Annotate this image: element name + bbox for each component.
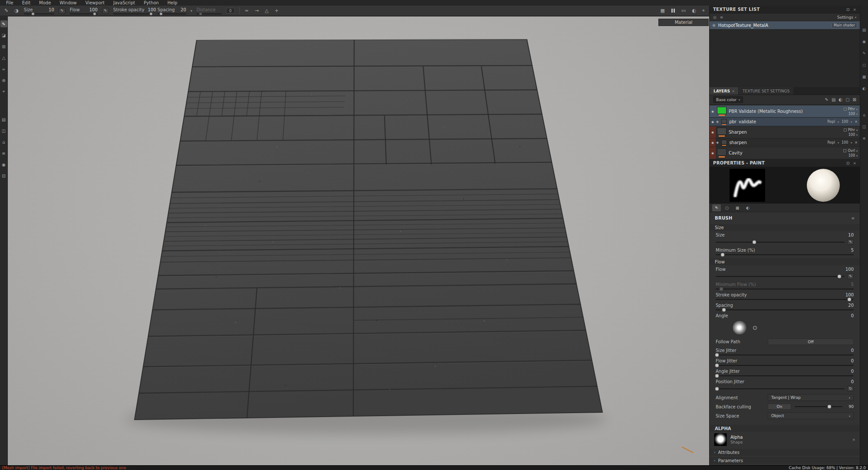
alpha-section-header[interactable]: ALPHA (710, 425, 860, 432)
follow-path-toggle[interactable]: Off (768, 339, 854, 345)
angle-dial[interactable] (732, 320, 747, 335)
texture-set-settings-dropdown[interactable]: Settings ▾ (837, 15, 856, 20)
distance-value-field[interactable]: 0 (226, 8, 235, 13)
stroke-path-icon[interactable]: ≈ (244, 8, 250, 13)
remove-effect-icon[interactable]: × (855, 141, 858, 145)
blend-mode-dropdown[interactable]: Pthr (848, 128, 855, 132)
visibility-eye-icon[interactable]: ◉ (710, 118, 716, 126)
shelf-smart-materials-icon[interactable]: ◉ (861, 38, 868, 45)
alignment-dropdown[interactable]: Tangent | Wrap ▾ (768, 394, 854, 401)
opacity-dropdown[interactable]: 100 ▾ (848, 112, 858, 116)
flow-slider[interactable] (70, 13, 98, 14)
texture-set-item[interactable]: ◉ HotspotTexture_MetalA Main shader (710, 21, 860, 29)
delete-layer-icon[interactable]: ⊠ (853, 97, 856, 102)
menu-javascript[interactable]: JavaScript (109, 0, 139, 6)
polygon-fill-tool[interactable]: △ (0, 54, 7, 61)
blend-mode-dropdown[interactable]: Ovrl (848, 149, 855, 153)
viewport-grid-icon[interactable]: ▦ (659, 8, 665, 13)
spacing-slider[interactable] (158, 13, 186, 14)
size-value[interactable]: 10 (49, 7, 54, 12)
viewport-shading-dropdown[interactable]: Material (658, 19, 709, 26)
flow-slider[interactable] (716, 276, 845, 277)
stencil-tab[interactable]: ▦ (733, 204, 742, 211)
smudge-tool[interactable]: ≈ (0, 66, 7, 72)
shelf-colors-icon[interactable]: ≡ (861, 135, 868, 141)
flow-pressure-toggle[interactable]: ✎ (847, 273, 854, 279)
dock-panel-icon[interactable]: ⊡ (846, 161, 850, 165)
stroke-opacity-value[interactable]: 100 (845, 293, 854, 297)
blend-mode-dropdown[interactable]: Pthr (848, 107, 855, 111)
menu-viewport[interactable]: Viewport (81, 0, 109, 6)
menu-file[interactable]: File (2, 0, 18, 6)
layer-row-pbr-validate[interactable]: ◉ PBR Validate (Metallic Roughness) Pthr… (710, 105, 860, 118)
clone-tool[interactable]: ⊕ (0, 77, 7, 84)
opacity-dropdown[interactable]: 100 (842, 120, 848, 124)
projection-tool[interactable]: ⊞ (0, 43, 7, 50)
camera-icon[interactable]: ⌖ (701, 8, 706, 13)
blend-checkbox[interactable] (844, 108, 847, 111)
blend-checkbox[interactable] (844, 128, 847, 131)
size-slider[interactable] (24, 13, 54, 14)
menu-edit[interactable]: Edit (18, 0, 35, 6)
opacity-dropdown[interactable]: 100 (842, 141, 848, 145)
material-sphere-preview[interactable] (807, 169, 840, 202)
size-jitter-value[interactable]: 0 (851, 348, 854, 353)
blend-mode-dropdown[interactable]: Repl (828, 120, 835, 124)
size-pressure-toggle[interactable]: ✎ (847, 239, 854, 245)
paint-tool[interactable]: ✎ (0, 20, 7, 27)
channel-dropdown[interactable]: Base color ▾ (713, 96, 743, 103)
brush-tab[interactable]: ✎ (712, 204, 721, 211)
visibility-eye-icon[interactable]: ◉ (710, 147, 716, 159)
angle-value[interactable]: 0 (851, 313, 854, 318)
stroke-opacity-value[interactable]: 100 (148, 7, 156, 12)
assets-icon[interactable]: ▤ (0, 116, 7, 123)
parameters-fold[interactable]: › Parameters (710, 457, 860, 464)
flow-jitter-slider[interactable] (716, 365, 854, 366)
settings-icon[interactable]: ⊟ (0, 172, 7, 179)
close-icon[interactable]: × (853, 161, 856, 165)
viewport-3d[interactable]: Material (8, 16, 709, 465)
size-group-header[interactable]: Size (710, 224, 860, 231)
eraser-tool[interactable]: ◪ (0, 32, 7, 39)
mesh-3d-view[interactable] (8, 16, 709, 465)
flow-value[interactable]: 100 (89, 7, 98, 12)
size-slider[interactable] (716, 242, 845, 243)
flow-jitter-value[interactable]: 0 (851, 358, 854, 363)
backface-angle-value[interactable]: 90 (846, 404, 854, 409)
attributes-fold[interactable]: › Attributes (710, 449, 860, 456)
log-icon[interactable]: ≡ (0, 150, 7, 157)
remove-alpha-icon[interactable]: × (852, 437, 855, 442)
add-effect-icon[interactable]: ✎ (825, 97, 829, 102)
opacity-dropdown[interactable]: 100 ▾ (848, 133, 858, 137)
shelf-environments-icon[interactable]: ◫ (861, 123, 868, 130)
flow-group-header[interactable]: Flow (710, 258, 860, 265)
stroke-opacity-slider[interactable] (716, 299, 854, 300)
jitter-seed-icon[interactable]: ↻ (847, 386, 854, 391)
menu-window[interactable]: Window (55, 0, 81, 6)
spacing-value[interactable]: 20 (848, 303, 854, 308)
section-menu-icon[interactable]: ≡ (851, 216, 855, 220)
effect-row-pbr-validate[interactable]: ◉ ◈ pbr_validate Repl ▾ 100 ▾ × (710, 118, 860, 126)
list-view-icon[interactable]: ≡ (720, 15, 723, 20)
add-folder-icon[interactable]: ▢ (845, 97, 849, 102)
render-mode-icon[interactable]: ◐ (691, 8, 697, 13)
main-shader-button[interactable]: Main shader (832, 23, 857, 28)
material-picker-tool[interactable]: ⌖ (0, 88, 7, 95)
size-value[interactable]: 10 (848, 233, 854, 237)
lazy-mouse-icon[interactable]: → (254, 8, 260, 13)
stroke-opacity-slider[interactable] (113, 13, 153, 14)
position-jitter-slider[interactable] (716, 388, 845, 389)
size-space-dropdown[interactable]: Object ▾ (768, 412, 854, 419)
material-tab[interactable]: ◐ (743, 204, 752, 211)
spacing-slider[interactable] (716, 309, 854, 310)
alpha-item-row[interactable]: Alpha Shape × (710, 432, 860, 447)
filter-texture-sets-icon[interactable]: ◎ (713, 15, 717, 20)
size-jitter-slider[interactable] (716, 355, 854, 355)
add-smart-material-icon[interactable]: ◐ (838, 97, 842, 102)
angle-jitter-value[interactable]: 0 (851, 369, 854, 374)
display-settings-icon[interactable]: ▭ (681, 8, 687, 13)
brush-stroke-preview[interactable] (730, 169, 765, 202)
snap-icon[interactable]: + (274, 8, 279, 13)
tab-layers[interactable]: LAYERS × (710, 87, 739, 95)
minimum-size-value[interactable]: 5 (851, 248, 854, 253)
